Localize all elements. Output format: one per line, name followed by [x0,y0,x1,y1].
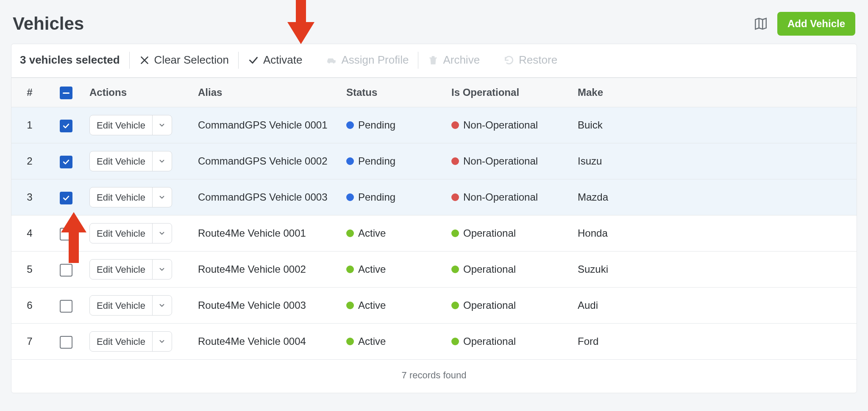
edit-vehicle-label: Edit Vehicle [90,115,152,135]
row-select-checkbox[interactable] [60,120,72,132]
activate-button[interactable]: Activate [239,53,312,67]
cell-make: Audi [573,291,666,320]
row-select-checkbox[interactable] [60,264,72,277]
table-header: # Actions Alias Status Is Operational Ma… [11,78,857,108]
row-select-checkbox[interactable] [60,300,72,313]
status-dot [451,193,459,201]
col-make: Make [573,78,666,107]
table-row: 3Edit VehicleCommandGPS Vehicle 0003Pend… [11,179,857,215]
cell-operational: Operational [451,263,568,276]
edit-vehicle-caret[interactable] [152,224,172,243]
edit-vehicle-label: Edit Vehicle [90,187,152,207]
edit-vehicle-label: Edit Vehicle [90,332,152,351]
row-index: 7 [11,327,48,356]
row-select-checkbox[interactable] [60,192,72,204]
cell-operational: Operational [451,299,568,312]
close-icon [139,55,150,66]
cell-alias: CommandGPS Vehicle 0001 [193,111,341,140]
edit-vehicle-button[interactable]: Edit Vehicle [89,259,172,280]
cell-operational: Non-Operational [451,190,568,204]
edit-vehicle-button[interactable]: Edit Vehicle [89,295,172,316]
cell-operational: Operational [451,335,568,348]
row-index: 2 [11,147,48,176]
vehicles-panel: 3 vehicles selected Clear Selection Acti… [11,44,857,393]
row-select-checkbox[interactable] [60,228,72,240]
cell-alias: CommandGPS Vehicle 0002 [193,147,341,176]
table-row: 6Edit VehicleRoute4Me Vehicle 0003Active… [11,288,857,324]
restore-button: Restore [489,53,567,67]
edit-vehicle-button[interactable]: Edit Vehicle [89,331,172,352]
col-operational: Is Operational [446,78,573,107]
row-index: 5 [11,255,48,284]
edit-vehicle-label: Edit Vehicle [90,224,152,243]
page-title: Vehicles [13,12,84,36]
archive-button: Archive [418,53,489,67]
edit-vehicle-caret[interactable] [152,115,172,135]
edit-vehicle-button[interactable]: Edit Vehicle [89,115,172,135]
cell-make: Mazda [573,183,666,212]
edit-vehicle-button[interactable]: Edit Vehicle [89,187,172,207]
trash-icon [428,55,439,66]
table-row: 1Edit VehicleCommandGPS Vehicle 0001Pend… [11,107,857,143]
status-dot [451,229,459,237]
selected-count: 3 vehicles selected [20,53,129,67]
vehicle-profile-icon [326,55,337,66]
cell-status: Pending [346,190,441,204]
edit-vehicle-button[interactable]: Edit Vehicle [89,223,172,243]
row-index: 4 [11,219,48,248]
status-dot [346,338,354,345]
status-dot [451,302,459,309]
col-alias: Alias [193,78,341,107]
status-dot [451,157,459,165]
select-all-checkbox[interactable] [60,87,72,99]
cell-status: Active [346,299,441,312]
cell-make: Honda [573,219,666,248]
cell-alias: Route4Me Vehicle 0003 [193,291,341,320]
clear-selection-button[interactable]: Clear Selection [130,53,238,67]
table-row: 7Edit VehicleRoute4Me Vehicle 0004Active… [11,324,857,360]
table-row: 2Edit VehicleCommandGPS Vehicle 0002Pend… [11,143,857,179]
cell-alias: Route4Me Vehicle 0004 [193,327,341,356]
row-index: 1 [11,111,48,140]
table-row: 5Edit VehicleRoute4Me Vehicle 0002Active… [11,252,857,288]
col-select [48,78,84,107]
map-icon[interactable] [754,17,768,31]
edit-vehicle-caret[interactable] [152,187,172,207]
cell-operational: Non-Operational [451,154,568,168]
edit-vehicle-caret[interactable] [152,260,172,279]
cell-make: Suzuki [573,255,666,284]
cell-operational: Operational [451,226,568,240]
cell-status: Active [346,335,441,348]
cell-alias: CommandGPS Vehicle 0003 [193,183,341,212]
edit-vehicle-caret[interactable] [152,151,172,171]
col-actions: Actions [84,78,193,107]
status-dot [346,193,354,201]
table-footer: 7 records found [11,360,857,393]
cell-status: Pending [346,118,441,132]
selection-toolbar: 3 vehicles selected Clear Selection Acti… [11,44,857,78]
cell-make: Ford [573,327,666,356]
status-dot [346,302,354,309]
check-icon [248,55,259,66]
edit-vehicle-caret[interactable] [152,332,172,351]
status-dot [346,229,354,237]
cell-status: Active [346,226,441,240]
edit-vehicle-label: Edit Vehicle [90,296,152,315]
edit-vehicle-button[interactable]: Edit Vehicle [89,151,172,171]
status-dot [451,266,459,273]
add-vehicle-button[interactable]: Add Vehicle [777,12,855,36]
edit-vehicle-label: Edit Vehicle [90,151,152,171]
edit-vehicle-caret[interactable] [152,296,172,315]
edit-vehicle-label: Edit Vehicle [90,260,152,279]
status-dot [451,121,459,129]
row-select-checkbox[interactable] [60,156,72,168]
assign-profile-button: Assign Profile [312,53,418,67]
col-index: # [11,78,48,107]
table-row: 4Edit VehicleRoute4Me Vehicle 0001Active… [11,215,857,252]
cell-status: Pending [346,154,441,168]
row-select-checkbox[interactable] [60,336,72,349]
status-dot [346,121,354,129]
col-status: Status [341,78,446,107]
cell-make: Isuzu [573,147,666,176]
cell-operational: Non-Operational [451,118,568,132]
